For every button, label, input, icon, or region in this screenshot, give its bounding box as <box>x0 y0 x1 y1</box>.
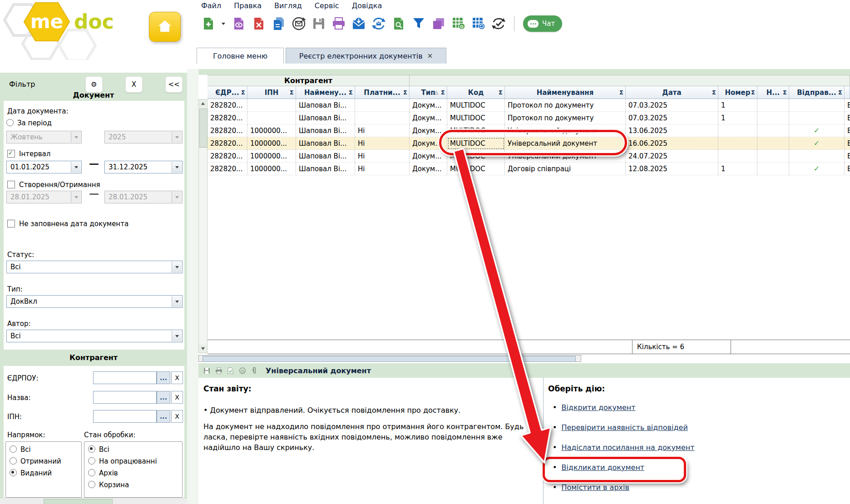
action-link-2[interactable]: Надіслати посилання на документ <box>561 443 694 452</box>
period-month-select[interactable]: Жовтень <box>6 131 82 143</box>
print-icon[interactable] <box>331 17 346 31</box>
home-button[interactable] <box>149 12 181 42</box>
chat-button[interactable]: Чат <box>523 15 562 32</box>
period-year-select[interactable]: 2025 <box>104 131 183 143</box>
new-document-dropdown-icon[interactable] <box>221 17 226 31</box>
tab-registry[interactable]: Реєстр електронних документів × <box>286 48 446 64</box>
send-report-icon[interactable] <box>292 17 306 31</box>
direction-option-1[interactable]: Отриманий <box>10 457 61 465</box>
direction-option-0[interactable]: Всі <box>10 445 31 454</box>
scrollbar-thumb[interactable] <box>203 356 576 362</box>
ipn-browse-button[interactable]: ... <box>157 410 170 423</box>
state-option-1[interactable]: На опрацюванні <box>88 457 157 465</box>
menu-view[interactable]: Вигляд <box>274 1 302 10</box>
created-to-select[interactable]: 28.01.2025 <box>104 191 183 203</box>
column-header-9[interactable]: Н...Σ <box>757 86 789 99</box>
menu-file[interactable]: Файл <box>201 1 221 10</box>
sigma-icon[interactable]: Σ <box>838 89 842 96</box>
sigma-icon[interactable]: Σ <box>783 89 787 96</box>
column-header-10[interactable]: Відправ...Σ <box>789 86 845 99</box>
sync-icon[interactable] <box>491 17 505 31</box>
menu-service[interactable]: Сервіс <box>315 1 339 10</box>
new-document-icon[interactable] <box>201 17 215 31</box>
sigma-icon[interactable]: Σ <box>751 89 755 96</box>
scroll-down-button[interactable] <box>199 345 207 353</box>
scrollbar-thumb[interactable] <box>44 499 113 504</box>
sigma-icon[interactable]: Σ <box>712 89 716 96</box>
table-settings-icon[interactable]: ⚙ <box>451 17 465 31</box>
menu-help[interactable]: Довідка <box>352 1 382 10</box>
filter-collapse-button[interactable]: << <box>165 76 183 93</box>
column-header-8[interactable]: НомерΣ <box>718 86 757 99</box>
email-report-icon[interactable]: @ <box>238 367 246 375</box>
created-checkbox[interactable]: Створення/Отримання <box>7 181 100 189</box>
view-document-icon[interactable] <box>232 17 246 31</box>
status-select[interactable]: Всі <box>6 261 183 273</box>
action-link-0[interactable]: Відкрити документ <box>561 403 635 412</box>
column-header-11[interactable] <box>845 86 850 99</box>
attachment-icon[interactable] <box>250 367 258 375</box>
receive-messages-icon[interactable] <box>351 17 366 31</box>
column-header-2[interactable]: Наймену...Σ <box>296 86 355 99</box>
delete-document-icon[interactable] <box>252 17 266 31</box>
menu-edit[interactable]: Правка <box>234 1 262 10</box>
sigma-icon[interactable]: Σ <box>403 89 407 96</box>
check-document-icon[interactable] <box>391 17 405 31</box>
state-option-0[interactable]: Всі <box>88 445 109 454</box>
scroll-up-button[interactable] <box>199 99 207 108</box>
sigma-icon[interactable]: Σ <box>499 89 503 96</box>
sigma-icon[interactable]: Σ <box>241 89 245 96</box>
table-row-5[interactable]: 282820...1000000...Шаповал Ві...НіДокум.… <box>208 163 850 175</box>
column-header-4[interactable]: Тип△Σ <box>410 86 447 99</box>
column-header-1[interactable]: ІПНΣ <box>247 86 296 99</box>
name-input[interactable] <box>93 391 157 404</box>
created-from-select[interactable]: 28.01.2025 <box>6 191 82 203</box>
scrollbar-thumb[interactable] <box>199 109 208 148</box>
tab-main-menu[interactable]: Головне меню <box>197 48 284 64</box>
print-report-icon[interactable] <box>215 367 222 375</box>
save-report-icon[interactable] <box>203 367 211 375</box>
edrpou-clear-button[interactable]: X <box>171 371 183 384</box>
sigma-icon[interactable]: Σ <box>349 89 353 96</box>
sigma-icon[interactable]: Σ <box>441 89 445 96</box>
ipn-input[interactable] <box>93 410 157 423</box>
exchange-icon[interactable] <box>371 17 385 31</box>
interval-from-select[interactable]: 01.01.2025 <box>6 161 82 173</box>
author-select[interactable]: Всі <box>6 330 183 342</box>
column-header-7[interactable]: ДатаΣ <box>626 86 718 99</box>
table-row-2[interactable]: 282820...1000000...Шаповал Ві...НіДокум.… <box>208 124 850 137</box>
column-header-6[interactable]: НайменуванняΣ <box>505 86 626 99</box>
vertical-scrollbar[interactable] <box>198 99 208 353</box>
filter-settings-button[interactable]: ⚙ <box>85 76 103 93</box>
ipn-clear-button[interactable]: X <box>171 410 183 423</box>
action-link-1[interactable]: Перевірити наявність відповідей <box>561 423 687 432</box>
filter-close-button[interactable]: X <box>125 76 143 93</box>
interval-checkbox[interactable]: Інтервал <box>7 150 50 158</box>
action-link-3[interactable]: Відкликати документ <box>561 463 644 472</box>
copy-document-icon[interactable] <box>272 17 286 31</box>
edrpou-input[interactable] <box>93 371 157 384</box>
export-report-icon[interactable] <box>227 367 234 375</box>
state-option-2[interactable]: Архів <box>88 469 118 477</box>
table-row-1[interactable]: 282820...Шаповал Ві...Докум...MULTIDOCПр… <box>208 112 850 124</box>
table-refresh-icon[interactable] <box>471 17 485 31</box>
filter-icon[interactable] <box>411 17 425 31</box>
interval-to-select[interactable]: 31.12.2025 <box>104 161 183 173</box>
column-header-0[interactable]: ЄДР...Σ <box>208 86 247 99</box>
name-clear-button[interactable]: X <box>171 391 183 404</box>
no-date-checkbox[interactable]: Не заповнена дата документа <box>7 220 128 228</box>
sigma-icon[interactable]: Σ <box>619 89 623 96</box>
column-header-5[interactable]: КодΣ <box>447 86 505 99</box>
table-row-3[interactable]: 282820...1000000...Шаповал Ві...НіДокум.… <box>208 137 850 150</box>
period-radio[interactable]: За період <box>6 119 52 127</box>
table-row-4[interactable]: 282820...1000000...Шаповал Ві...НіДокум.… <box>208 150 850 163</box>
copy-fragment-icon[interactable] <box>431 17 445 31</box>
table-row-0[interactable]: 282820...Шаповал Ві...Докум...MULTIDOCПр… <box>208 99 850 112</box>
column-header-3[interactable]: Платни...Σ <box>355 86 410 99</box>
type-select[interactable]: ДокВкл <box>6 295 183 308</box>
edrpou-browse-button[interactable]: ... <box>157 371 170 384</box>
filter-scrollbar[interactable] <box>0 498 187 504</box>
save-icon[interactable] <box>311 17 326 31</box>
name-browse-button[interactable]: ... <box>157 391 170 404</box>
tab-close-icon[interactable]: × <box>427 52 433 60</box>
